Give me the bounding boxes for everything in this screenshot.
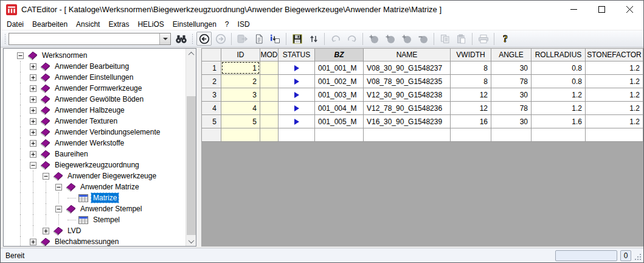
menu-item-isd[interactable]: ISD xyxy=(234,19,254,29)
menu-item-einstellungen[interactable]: Einstellungen xyxy=(168,19,221,29)
cell-stonefactor[interactable]: 1.2 xyxy=(586,102,643,115)
menu-item-item[interactable]: ? xyxy=(221,19,234,29)
menu-item-bearbeiten[interactable]: Bearbeiten xyxy=(28,19,72,29)
cell-bz[interactable] xyxy=(315,128,364,142)
back-icon[interactable] xyxy=(196,32,212,46)
menu-item-extras[interactable]: Extras xyxy=(104,19,133,29)
cell-bz[interactable]: 001_004_M xyxy=(315,102,364,115)
collapse-expander-icon[interactable] xyxy=(40,170,52,181)
cell-rollradius[interactable]: 1.6 xyxy=(531,115,586,128)
tree-item-baureihen[interactable]: Baureihen xyxy=(4,149,185,160)
tree-item-anwender-gew-lbte-b-den[interactable]: Anwender Gewölbte Böden xyxy=(4,94,185,105)
menu-item-helios[interactable]: HELiOS xyxy=(133,19,168,29)
expand-expander-icon[interactable] xyxy=(27,72,40,83)
expand-expander-icon[interactable] xyxy=(27,83,40,94)
cell-stonefactor[interactable]: 1.2 xyxy=(586,75,643,88)
collapse-expander-icon[interactable] xyxy=(27,160,40,170)
tree-item-anwender-stempel[interactable]: Anwender Stempel xyxy=(4,203,185,214)
tree-item-anwender-formwerkzeuge[interactable]: Anwender Formwerkzeuge xyxy=(4,83,185,94)
cell-id[interactable]: 2 xyxy=(221,75,260,88)
column-header-stonefactor[interactable]: STONEFACTOR xyxy=(586,48,643,61)
expand-expander-icon[interactable] xyxy=(27,94,40,105)
tree-item-stempel[interactable]: Stempel xyxy=(4,214,185,225)
panel-splitter[interactable] xyxy=(196,47,201,248)
toolbar-grip[interactable] xyxy=(4,33,6,44)
cell-vwidth[interactable]: 8 xyxy=(451,75,491,88)
expand-expander-icon[interactable] xyxy=(40,225,52,236)
column-header-rownum[interactable] xyxy=(201,48,221,61)
save-icon[interactable] xyxy=(289,32,305,46)
cell-stonefactor[interactable]: 1.2 xyxy=(586,88,643,102)
column-header-name[interactable]: NAME xyxy=(364,48,451,61)
cell-status[interactable] xyxy=(279,75,315,88)
help-icon[interactable]: ? xyxy=(497,32,513,46)
cell-vwidth[interactable]: 12 xyxy=(451,88,491,102)
tree-item-matrize[interactable]: Matrize xyxy=(4,192,185,203)
app-logo-icon[interactable] xyxy=(6,4,17,15)
cell-angle[interactable]: 30 xyxy=(491,115,531,128)
scroll-up-icon[interactable] xyxy=(186,49,196,58)
column-header-vwidth[interactable]: VWIDTH xyxy=(451,48,491,61)
load-table-icon[interactable] xyxy=(268,32,283,46)
expand-expander-icon[interactable] xyxy=(27,61,40,72)
expand-expander-icon[interactable] xyxy=(27,127,40,138)
tree-item-blechabmessungen[interactable]: Blechabmessungen xyxy=(4,236,185,246)
cell-status[interactable] xyxy=(279,115,315,128)
tree-vertical-scrollbar[interactable] xyxy=(185,49,196,246)
cell-name[interactable]: V12_78_90_G1548236 xyxy=(364,102,451,115)
cell-vwidth[interactable] xyxy=(451,128,491,142)
collapse-expander-icon[interactable] xyxy=(52,181,65,192)
toolbar-grip[interactable] xyxy=(192,33,193,44)
combobox-dropdown-button[interactable] xyxy=(159,33,170,44)
document-icon[interactable] xyxy=(251,32,266,46)
cell-stonefactor[interactable] xyxy=(586,128,643,142)
cell-num[interactable]: 1 xyxy=(201,61,221,75)
column-header-status[interactable]: STATUS xyxy=(279,48,315,61)
cell-rollradius[interactable]: 1.2 xyxy=(531,102,586,115)
maximize-button[interactable] xyxy=(587,1,615,18)
cell-status[interactable] xyxy=(279,102,315,115)
cell-name[interactable]: V16_30_90_G1548239 xyxy=(364,115,451,128)
cell-stonefactor[interactable]: 1.2 xyxy=(586,61,643,75)
cell-vwidth[interactable]: 12 xyxy=(451,102,491,115)
close-button[interactable] xyxy=(615,1,643,18)
tree-item-anwender-texturen[interactable]: Anwender Texturen xyxy=(4,116,185,127)
expand-expander-icon[interactable] xyxy=(27,138,40,149)
expand-expander-icon[interactable] xyxy=(27,236,40,246)
scrollbar-thumb[interactable] xyxy=(187,96,196,235)
menu-item-datei[interactable]: Datei xyxy=(2,19,28,29)
menu-item-ansicht[interactable]: Ansicht xyxy=(72,19,104,29)
tree-item-anwender-matrize[interactable]: Anwender Matrize xyxy=(4,181,185,192)
cell-mod[interactable] xyxy=(260,61,279,75)
tree-item-anwender-bearbeitung[interactable]: Anwender Bearbeitung xyxy=(4,61,185,72)
cell-rollradius[interactable]: 0.8 xyxy=(531,75,586,88)
column-header-mod[interactable]: MOD xyxy=(260,48,279,61)
cell-name[interactable]: V08_78_90_G1548235 xyxy=(364,75,451,88)
tree-item-biegewerkzeugzuordnung[interactable]: Biegewerkzeugzuordnung xyxy=(4,160,185,170)
collapse-expander-icon[interactable] xyxy=(52,203,65,214)
cell-vwidth[interactable]: 8 xyxy=(451,61,491,75)
cell-status[interactable] xyxy=(279,128,315,142)
find-binoculars-icon[interactable] xyxy=(173,32,189,46)
cell-bz[interactable]: 001_002_M xyxy=(315,75,364,88)
tree-item-anwender-halbzeuge[interactable]: Anwender Halbzeuge xyxy=(4,105,185,116)
cell-rollradius[interactable]: 0.8 xyxy=(531,61,586,75)
cell-num[interactable] xyxy=(201,128,221,142)
cell-num[interactable]: 2 xyxy=(201,75,221,88)
cell-name[interactable]: V08_30_90_G1548237 xyxy=(364,61,451,75)
collapse-expander-icon[interactable] xyxy=(14,50,27,61)
cell-angle[interactable]: 78 xyxy=(491,75,531,88)
tree-item-anwender-werkstoffe[interactable]: Anwender Werkstoffe xyxy=(4,138,185,149)
cell-name[interactable] xyxy=(364,128,451,142)
cell-angle[interactable] xyxy=(491,128,531,142)
search-input[interactable] xyxy=(9,33,159,44)
tree-item-lvd[interactable]: LVD xyxy=(4,225,185,236)
cell-angle[interactable]: 30 xyxy=(491,61,531,75)
expand-expander-icon[interactable] xyxy=(27,116,40,127)
cell-rollradius[interactable]: 1.2 xyxy=(531,88,586,102)
cell-num[interactable]: 4 xyxy=(201,102,221,115)
resize-grip-icon[interactable] xyxy=(634,250,642,261)
column-header-rollradius[interactable]: ROLLRADIUS xyxy=(531,48,586,61)
expand-expander-icon[interactable] xyxy=(27,149,40,160)
cell-name[interactable]: V12_30_90_G1548238 xyxy=(364,88,451,102)
